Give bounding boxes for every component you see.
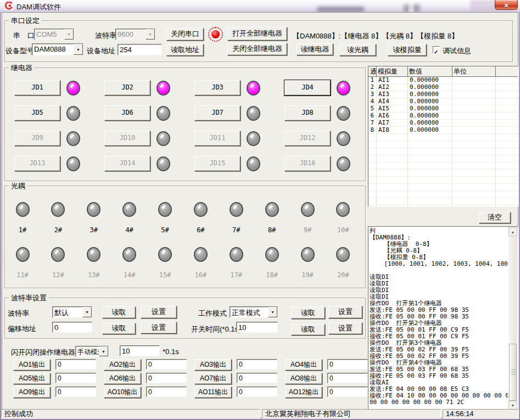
- device-model-select[interactable]: DAM0888: [32, 43, 83, 55]
- switch-time-read-button[interactable]: 读取: [291, 324, 325, 335]
- analog-table-body: 1AI10.000000 2AI20.000000 3AI30.000000 4…: [369, 77, 518, 208]
- relay-button-jd1[interactable]: JD1: [14, 80, 60, 96]
- flash-time-input[interactable]: [120, 345, 160, 356]
- ao-output-input-2[interactable]: [146, 359, 187, 369]
- analog-table-cell: [452, 77, 496, 84]
- scrollbar-thumb[interactable]: [509, 344, 517, 401]
- ao-output-button-1[interactable]: AO1输出: [13, 359, 51, 371]
- close-button[interactable]: ✕: [495, 0, 518, 10]
- relay-button-jd15: JD15: [194, 156, 241, 171]
- analog-table-cell: [452, 84, 496, 91]
- switch-time-set-button[interactable]: 设置: [328, 322, 362, 334]
- analog-table-header: 通: [369, 67, 377, 77]
- log-line: 读取DI: [370, 274, 508, 281]
- opto-label-6: 6#: [191, 226, 210, 234]
- relay-button-jd2[interactable]: JD2: [104, 80, 150, 96]
- relay-button-jd3[interactable]: JD3: [194, 80, 241, 96]
- serial-settings-group-title: 串口设定: [9, 16, 42, 25]
- ao-output-input-12[interactable]: [327, 387, 368, 397]
- analog-table-cell: [452, 141, 496, 148]
- opto-label-11: 11#: [13, 271, 32, 279]
- baud-set-button[interactable]: 设置: [141, 306, 177, 318]
- ao-output-button-3[interactable]: AO3输出: [194, 359, 232, 371]
- relay-button-jd11: JD11: [194, 131, 241, 146]
- log-line: 接收:FE 04 10 00 00 00 00 00 00 00 00 00: [370, 393, 508, 399]
- relay-button-jd4[interactable]: JD4: [284, 80, 331, 96]
- workmode-value: 正常模式: [230, 307, 268, 317]
- workmode-set-button[interactable]: 设置: [328, 306, 362, 318]
- baud-setting-label: 波特率: [8, 309, 29, 318]
- ao-output-input-8[interactable]: [327, 373, 368, 383]
- baud-settings-group-title: 波特率设置: [9, 294, 49, 302]
- ao-output-button-6[interactable]: AO6输出: [104, 373, 141, 384]
- ao-output-button-7[interactable]: AO7输出: [194, 373, 232, 384]
- relay-button-jd8[interactable]: JD8: [284, 105, 331, 121]
- ao-output-button-8[interactable]: AO8输出: [285, 373, 322, 384]
- ao-output-button-5[interactable]: AO5输出: [13, 373, 51, 384]
- offset-address-input[interactable]: [52, 322, 92, 333]
- com-port-select[interactable]: COM5: [34, 29, 74, 40]
- log-box[interactable]: 列【DAM0888】: 【继电器 0-8】 【光耦 0-8】 【模拟量 0-8】…: [368, 226, 518, 411]
- analog-table-cell: [377, 205, 408, 208]
- ao-output-input-6[interactable]: [146, 373, 187, 383]
- clear-log-button[interactable]: 清空: [479, 212, 511, 223]
- scroll-down-icon[interactable]: ▼: [508, 401, 517, 410]
- log-line: 操作DO 打开第1个继电器: [370, 300, 508, 307]
- ao-output-input-9[interactable]: [55, 387, 96, 397]
- relay-button-jd6[interactable]: JD6: [104, 105, 150, 121]
- opto-label-10: 10#: [334, 226, 353, 234]
- close-all-relays-button[interactable]: 关闭全部继电器: [227, 43, 287, 55]
- ao-output-input-1[interactable]: [55, 359, 96, 369]
- ao-output-button-2[interactable]: AO2输出: [104, 359, 141, 371]
- ao-output-input-7[interactable]: [237, 373, 277, 383]
- ao-output-input-4[interactable]: [327, 359, 368, 369]
- analog-table-cell: [452, 170, 496, 177]
- chevron-down-icon: [146, 29, 155, 40]
- scroll-up-icon[interactable]: ▲: [508, 227, 517, 236]
- flash-mode-select[interactable]: 手动模式: [75, 346, 109, 357]
- offset-read-button[interactable]: 读取: [102, 323, 136, 334]
- log-scrollbar[interactable]: ▲ ▼: [508, 227, 517, 410]
- read-address-button[interactable]: 读取地址: [166, 44, 204, 56]
- analog-table-cell: [369, 148, 377, 155]
- open-all-relays-button[interactable]: 打开全部继电器: [227, 27, 287, 41]
- ao-output-input-5[interactable]: [55, 373, 96, 383]
- debug-checkbox[interactable]: [433, 46, 440, 53]
- ao-output-button-11[interactable]: AO11输出: [194, 387, 232, 398]
- device-address-input[interactable]: [118, 44, 162, 55]
- log-line: 读取DI: [370, 294, 508, 300]
- relay-button-jd5[interactable]: JD5: [14, 105, 60, 121]
- ao-output-input-3[interactable]: [237, 359, 277, 369]
- opto-row-2: 11#12#13#14#15#16#17#18#19#20#: [13, 247, 353, 279]
- ao-output-button-12[interactable]: AO12输出: [285, 387, 322, 398]
- relay-button-jd7[interactable]: JD7: [194, 105, 241, 121]
- workmode-select[interactable]: 正常模式: [230, 306, 278, 318]
- offset-set-button[interactable]: 设置: [141, 322, 177, 334]
- read-opto-button[interactable]: 读光耦: [339, 44, 376, 56]
- baud-setting-select[interactable]: 默认: [52, 306, 92, 318]
- ao-output-button-10[interactable]: AO10输出: [104, 387, 141, 398]
- analog-table-cell: [369, 170, 377, 177]
- log-line: [1000, 1001, 1002, 1003, 1004, 1000]: [370, 261, 508, 267]
- read-relays-button[interactable]: 读继电器: [297, 43, 333, 55]
- ao-output-button-4[interactable]: AO4输出: [285, 359, 322, 371]
- analog-table-cell: [369, 163, 377, 170]
- ao-output-input-11[interactable]: [237, 387, 277, 397]
- analog-table-cell: [496, 205, 518, 208]
- analog-table-cell: AI5: [377, 105, 408, 113]
- baud-read-button[interactable]: 读取: [102, 306, 136, 318]
- read-analog-button[interactable]: 读模拟量: [388, 44, 427, 56]
- workmode-read-button[interactable]: 读取: [291, 307, 325, 319]
- baudrate-select[interactable]: 9600: [115, 29, 155, 40]
- log-line: 【继电器 0-8】: [370, 241, 508, 248]
- ao-output-input-10[interactable]: [146, 387, 187, 397]
- opto-label-19: 19#: [298, 271, 317, 279]
- chevron-down-icon: [82, 307, 92, 317]
- switch-time-input[interactable]: [236, 322, 278, 333]
- analog-table-cell: [408, 191, 452, 198]
- analog-table-cell: [452, 163, 496, 170]
- opto-row-1: 1#2#3#4#5#6#7#8#9#10#: [13, 202, 353, 234]
- relay-button-jd13: JD13: [14, 156, 60, 171]
- close-port-button[interactable]: 关闭串口: [166, 28, 204, 41]
- ao-output-button-9[interactable]: AO9输出: [13, 387, 51, 398]
